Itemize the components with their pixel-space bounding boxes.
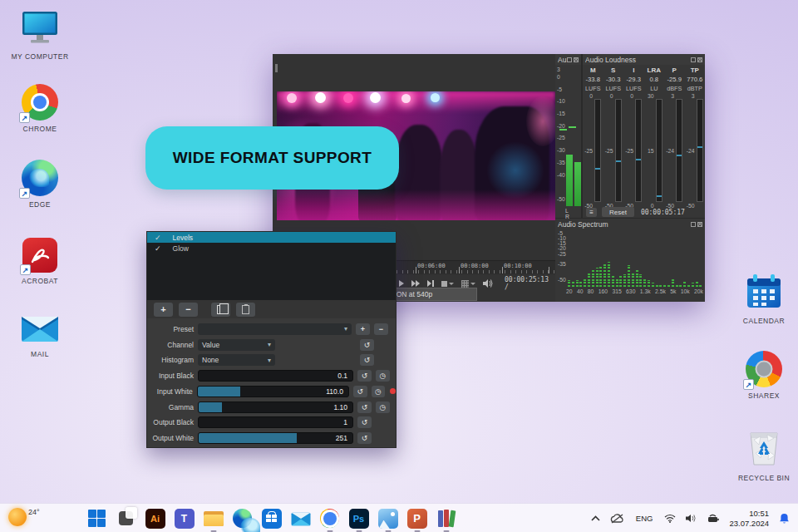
desktop-icon-chrome[interactable]: CHROME bbox=[4, 84, 76, 133]
desktop-icon-my-computer[interactable]: MY COMPUTER bbox=[4, 12, 76, 61]
add-filter-button[interactable]: + bbox=[154, 303, 173, 317]
feature-callout: WIDE FORMAT SUPPORT bbox=[145, 126, 399, 190]
position-timecode[interactable]: 00:00:25:13 / bbox=[505, 276, 549, 291]
close-icon[interactable] bbox=[697, 57, 702, 62]
parameter-value: 0.1 bbox=[337, 371, 347, 381]
taskbar-powerpoint[interactable]: P bbox=[406, 507, 428, 530]
desktop: MY COMPUTER CHROME EDGE ACROBAT MAIL CAL… bbox=[0, 0, 798, 532]
reset-icon-button[interactable] bbox=[357, 416, 372, 428]
onedrive-icon[interactable] bbox=[610, 514, 624, 524]
battery-icon[interactable] bbox=[707, 514, 719, 523]
paste-filters-button[interactable] bbox=[236, 303, 255, 317]
taskbar-teams[interactable]: T bbox=[173, 507, 195, 530]
histogram-label: Histogram bbox=[147, 356, 194, 364]
reset-icon-button[interactable] bbox=[357, 432, 372, 444]
desktop-icon-mail[interactable]: MAIL bbox=[4, 313, 76, 358]
copy-filters-button[interactable] bbox=[211, 303, 230, 317]
taskbar-photoshop[interactable]: Ps bbox=[347, 507, 370, 530]
reset-icon-button[interactable] bbox=[357, 370, 372, 382]
ruler-tick bbox=[407, 270, 408, 273]
notification-bell-icon[interactable] bbox=[779, 513, 790, 525]
desktop-icon-sharex[interactable]: SHAREX bbox=[728, 351, 798, 400]
remove-filter-button[interactable]: − bbox=[179, 303, 198, 317]
loudness-meter: 3-24-50 bbox=[664, 96, 685, 205]
desktop-icon-acrobat[interactable]: ACROBAT bbox=[4, 238, 76, 285]
weather-widget[interactable]: 24° bbox=[8, 508, 40, 526]
save-preset-button[interactable]: + bbox=[356, 323, 370, 335]
preset-label: Preset bbox=[147, 325, 194, 333]
check-icon[interactable]: ✓ bbox=[155, 234, 161, 242]
taskbar-mail[interactable] bbox=[289, 507, 312, 530]
volume-button[interactable] bbox=[483, 279, 493, 288]
desktop-icon-calendar[interactable]: CALENDAR bbox=[728, 274, 798, 325]
file-explorer-icon bbox=[204, 511, 224, 526]
keyframe-stopwatch-button[interactable] bbox=[372, 386, 386, 397]
taskbar-store[interactable] bbox=[260, 507, 283, 530]
reset-icon-button[interactable] bbox=[357, 401, 372, 413]
spectrum-x-axis: 2040801603156301.3k2.5k5k10k20k bbox=[566, 288, 703, 294]
video-pane-header bbox=[273, 54, 555, 91]
keyframe-stopwatch-button[interactable] bbox=[376, 401, 390, 413]
filter-name: Levels bbox=[173, 234, 194, 242]
spectrum-bar bbox=[639, 274, 642, 287]
system-tray: ENG 10:51 23.07.2024 bbox=[586, 504, 798, 532]
skip-to-end-button[interactable] bbox=[427, 280, 434, 287]
record-indicator bbox=[390, 388, 396, 394]
photos-icon bbox=[378, 509, 398, 529]
taskbar-winrar[interactable] bbox=[435, 507, 457, 530]
meter-scale-label: 0 bbox=[623, 93, 633, 99]
parameter-slider[interactable]: 251 bbox=[198, 432, 353, 444]
loudness-meter: 0-25-50 bbox=[583, 96, 603, 205]
check-icon[interactable]: ✓ bbox=[155, 244, 161, 253]
filter-item-levels[interactable]: ✓ Levels bbox=[147, 232, 396, 243]
taskbar-file-explorer[interactable] bbox=[202, 507, 224, 530]
loudness-reset-button[interactable]: Reset bbox=[602, 207, 634, 217]
parameter-slider[interactable]: 0.1 bbox=[198, 370, 353, 382]
keyframe-stopwatch-button[interactable] bbox=[376, 370, 390, 382]
spectrum-bar bbox=[628, 265, 630, 287]
parameter-slider[interactable]: 1.10 bbox=[198, 401, 353, 413]
parameter-slider[interactable]: 110.0 bbox=[197, 386, 349, 397]
taskbar-illustrator[interactable]: Ai bbox=[144, 507, 166, 530]
taskbar-photos[interactable] bbox=[377, 507, 399, 530]
volume-icon[interactable] bbox=[686, 514, 697, 523]
grid-button[interactable] bbox=[461, 280, 475, 288]
tray-chevron-icon[interactable] bbox=[591, 515, 600, 521]
wifi-icon[interactable] bbox=[664, 514, 676, 523]
histogram-dropdown[interactable]: None bbox=[198, 354, 275, 366]
desktop-icon-edge[interactable]: EDGE bbox=[4, 160, 76, 209]
float-icon[interactable] bbox=[567, 57, 572, 62]
close-icon[interactable] bbox=[697, 222, 702, 227]
peak-meter-title: Au... bbox=[558, 56, 567, 64]
start-button[interactable] bbox=[86, 507, 108, 530]
spectrum-y-label: -50 bbox=[558, 277, 566, 283]
desktop-icon-label: CHROME bbox=[23, 125, 57, 133]
play-button[interactable] bbox=[399, 280, 404, 287]
meter-scale-label: 15 bbox=[644, 148, 654, 154]
parameter-slider[interactable]: 1 bbox=[198, 416, 353, 428]
delete-preset-button[interactable]: − bbox=[374, 323, 388, 335]
channel-dropdown[interactable]: Value bbox=[198, 339, 275, 351]
task-view-button[interactable] bbox=[115, 507, 137, 530]
fast-forward-button[interactable] bbox=[411, 280, 420, 287]
close-icon[interactable] bbox=[574, 57, 579, 62]
reset-icon-button[interactable] bbox=[360, 339, 374, 351]
float-icon[interactable] bbox=[691, 222, 696, 227]
loudness-menu-button[interactable] bbox=[586, 208, 597, 217]
ruler-tick bbox=[435, 270, 436, 273]
spectrum-x-label: 630 bbox=[626, 288, 635, 294]
clock[interactable]: 10:51 23.07.2024 bbox=[729, 509, 769, 529]
reset-icon-button[interactable] bbox=[360, 354, 374, 366]
float-icon[interactable] bbox=[691, 57, 696, 62]
taskbar-chrome[interactable] bbox=[318, 507, 341, 530]
marker-button[interactable] bbox=[441, 281, 454, 287]
filter-list: ✓ Levels ✓ Glow bbox=[147, 232, 396, 300]
desktop-icon-label: MAIL bbox=[31, 350, 49, 358]
peak-hold-mark bbox=[569, 126, 576, 128]
language-indicator[interactable]: ENG bbox=[636, 514, 653, 523]
reset-icon-button[interactable] bbox=[353, 386, 367, 397]
taskbar-edge[interactable] bbox=[231, 507, 254, 530]
preset-dropdown[interactable] bbox=[198, 323, 352, 335]
desktop-icon-recycle-bin[interactable]: RECYCLE BIN bbox=[728, 428, 798, 482]
filter-item-glow[interactable]: ✓ Glow bbox=[147, 243, 396, 254]
